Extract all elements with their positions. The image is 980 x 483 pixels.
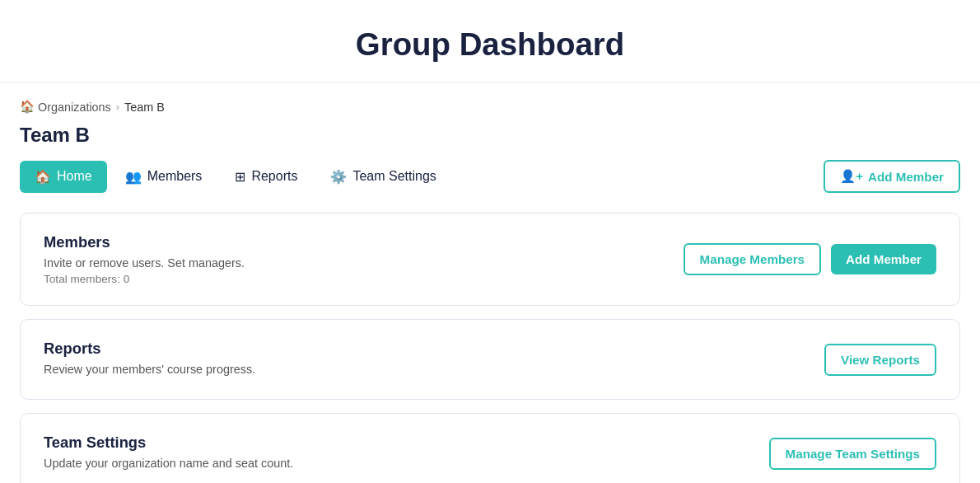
manage-team-settings-label: Manage Team Settings (786, 447, 920, 461)
view-reports-label: View Reports (841, 353, 920, 367)
team-settings-card-body: Team Settings Update your organization n… (44, 434, 293, 473)
tab-reports-label: Reports (251, 169, 297, 184)
tab-bar-right: 👤+ Add Member (824, 160, 960, 193)
members-card-description: Invite or remove users. Set managers. (44, 256, 245, 270)
tab-bar: 🏠 Home 👥 Members ⊞ Reports ⚙️ Team Setti… (20, 160, 960, 193)
home-tab-icon: 🏠 (35, 169, 51, 185)
page-title: Group Dashboard (0, 26, 980, 63)
add-member-header-button[interactable]: 👤+ Add Member (824, 160, 960, 193)
main-content: 🏠 Organizations › Team B Team B 🏠 Home 👥… (0, 83, 980, 483)
members-card-title: Members (44, 233, 245, 251)
breadcrumb-home-link[interactable]: 🏠 Organizations (20, 100, 111, 114)
tab-members-label: Members (147, 169, 203, 184)
reports-card-title: Reports (44, 340, 255, 358)
breadcrumb-chevron: › (116, 101, 119, 113)
reports-card-body: Reports Review your members' course prog… (44, 340, 255, 379)
reports-card-description: Review your members' course progress. (44, 363, 255, 376)
tab-team-settings[interactable]: ⚙️ Team Settings (315, 161, 450, 193)
tab-members[interactable]: 👥 Members (110, 161, 217, 193)
tab-home[interactable]: 🏠 Home (20, 161, 107, 193)
tab-team-settings-label: Team Settings (352, 169, 436, 184)
breadcrumb: 🏠 Organizations › Team B (20, 100, 960, 114)
settings-tab-icon: ⚙️ (330, 169, 347, 185)
reports-tab-icon: ⊞ (235, 169, 245, 185)
add-member-header-icon: 👤+ (840, 169, 863, 184)
reports-card: Reports Review your members' course prog… (20, 319, 960, 400)
home-icon: 🏠 (20, 100, 35, 114)
members-tab-icon: 👥 (125, 169, 142, 185)
members-card-meta: Total members: 0 (44, 273, 245, 285)
view-reports-button[interactable]: View Reports (824, 344, 936, 376)
breadcrumb-current: Team B (124, 101, 165, 114)
team-settings-card-actions: Manage Team Settings (769, 438, 936, 470)
team-name: Team B (20, 124, 960, 147)
members-card: Members Invite or remove users. Set mana… (20, 213, 960, 306)
members-card-actions: Manage Members Add Member (684, 243, 936, 275)
add-member-card-label: Add Member (846, 252, 922, 266)
add-member-card-button[interactable]: Add Member (831, 244, 936, 274)
tab-home-label: Home (57, 169, 92, 184)
manage-members-label: Manage Members (700, 252, 805, 266)
team-settings-card: Team Settings Update your organization n… (20, 413, 960, 483)
breadcrumb-organizations-label: Organizations (38, 101, 111, 114)
members-card-body: Members Invite or remove users. Set mana… (44, 233, 245, 285)
tab-reports[interactable]: ⊞ Reports (220, 161, 312, 193)
manage-team-settings-button[interactable]: Manage Team Settings (769, 438, 936, 470)
reports-card-actions: View Reports (824, 344, 936, 376)
team-settings-card-description: Update your organization name and seat c… (44, 457, 293, 470)
add-member-header-label: Add Member (868, 170, 944, 184)
page-header: Group Dashboard (0, 0, 980, 83)
manage-members-button[interactable]: Manage Members (684, 243, 821, 275)
team-settings-card-title: Team Settings (44, 434, 293, 452)
